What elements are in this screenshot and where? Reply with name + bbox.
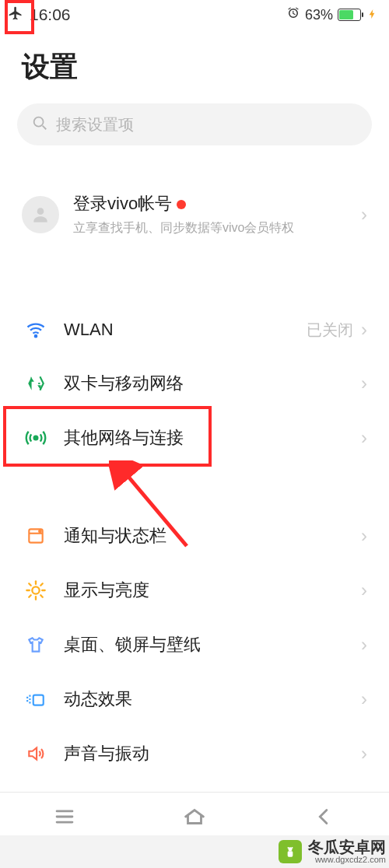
- status-time: 16:06: [30, 5, 71, 24]
- svg-marker-5: [37, 385, 40, 390]
- svg-point-3: [35, 335, 37, 337]
- watermark-bar: 冬瓜安卓网 www.dgxcdz2.com: [0, 835, 389, 868]
- svg-point-10: [32, 586, 39, 593]
- chevron-right-icon: ›: [361, 744, 367, 763]
- nav-recents-button[interactable]: [51, 803, 78, 833]
- avatar-placeholder-icon: [22, 196, 59, 233]
- sound-label: 声音与振动: [64, 742, 361, 765]
- search-input[interactable]: [56, 116, 358, 134]
- svg-rect-19: [33, 695, 44, 705]
- chevron-right-icon: ›: [361, 374, 367, 393]
- row-other-network[interactable]: 其他网络与连接 ›: [0, 411, 389, 465]
- nav-home-button[interactable]: [181, 803, 208, 833]
- wifi-icon: [22, 319, 50, 341]
- notifications-label: 通知与状态栏: [64, 524, 361, 548]
- svg-line-15: [29, 583, 30, 585]
- broadcast-icon: [22, 427, 50, 449]
- sim-icon: [22, 373, 50, 394]
- svg-line-18: [40, 583, 42, 585]
- row-sim-mobile[interactable]: 双卡与移动网络 ›: [0, 356, 389, 411]
- battery-icon: [338, 9, 361, 21]
- charging-icon: [366, 6, 378, 24]
- page-title: 设置: [0, 26, 389, 103]
- brightness-label: 显示与亮度: [64, 579, 361, 602]
- system-nav-bar: [0, 792, 389, 835]
- wlan-value: 已关闭: [307, 320, 353, 341]
- account-title: 登录vivo帐号: [73, 194, 172, 213]
- notification-dot-icon: [177, 200, 186, 209]
- wlan-label: WLAN: [64, 320, 307, 340]
- brightness-icon: [22, 579, 50, 601]
- account-subtitle: 立享查找手机、同步数据等vivo会员特权: [73, 220, 361, 236]
- svg-point-0: [34, 117, 44, 127]
- watermark-url: www.dgxcdz2.com: [308, 856, 386, 865]
- animation-icon: [22, 689, 50, 709]
- chevron-right-icon: ›: [361, 527, 367, 545]
- svg-point-9: [39, 530, 41, 533]
- chevron-right-icon: ›: [361, 635, 367, 654]
- notification-bar-icon: [22, 526, 50, 546]
- chevron-right-icon: ›: [361, 581, 367, 600]
- svg-line-17: [29, 595, 30, 597]
- nav-back-button[interactable]: [311, 803, 338, 833]
- watermark-text: 冬瓜安卓网: [308, 839, 386, 856]
- chevron-right-icon: ›: [361, 690, 367, 709]
- status-bar: 16:06 63%: [0, 3, 389, 26]
- search-box[interactable]: [17, 103, 372, 145]
- animation-label: 动态效果: [64, 688, 361, 711]
- row-sound-vibration[interactable]: 声音与振动 ›: [0, 726, 389, 781]
- shirt-icon: [22, 635, 50, 655]
- svg-rect-25: [288, 851, 293, 857]
- chevron-right-icon: ›: [361, 320, 367, 339]
- row-wlan[interactable]: WLAN 已关闭 ›: [0, 303, 389, 356]
- watermark-logo-icon: [279, 840, 302, 863]
- row-display-brightness[interactable]: 显示与亮度 ›: [0, 563, 389, 618]
- row-account-login[interactable]: 登录vivo帐号 立享查找手机、同步数据等vivo会员特权 ›: [0, 177, 389, 252]
- row-desktop-lock-wallpaper[interactable]: 桌面、锁屏与壁纸 ›: [0, 618, 389, 672]
- svg-line-16: [40, 595, 42, 597]
- desktop-label: 桌面、锁屏与壁纸: [64, 633, 361, 656]
- speaker-icon: [22, 744, 50, 764]
- chevron-right-icon: ›: [361, 429, 367, 447]
- row-animation-effects[interactable]: 动态效果 ›: [0, 672, 389, 726]
- other-network-label: 其他网络与连接: [64, 426, 361, 450]
- svg-point-2: [37, 208, 44, 215]
- battery-percent: 63%: [305, 7, 333, 23]
- alarm-icon: [286, 6, 300, 24]
- svg-marker-4: [31, 376, 34, 382]
- chevron-right-icon: ›: [361, 205, 367, 224]
- airplane-mode-icon: [8, 5, 23, 25]
- search-icon: [31, 114, 48, 135]
- row-notifications[interactable]: 通知与状态栏 ›: [0, 509, 389, 563]
- svg-point-27: [292, 847, 293, 849]
- sim-label: 双卡与移动网络: [64, 372, 361, 395]
- svg-line-1: [43, 126, 47, 130]
- svg-point-6: [34, 436, 38, 440]
- svg-point-26: [288, 847, 289, 849]
